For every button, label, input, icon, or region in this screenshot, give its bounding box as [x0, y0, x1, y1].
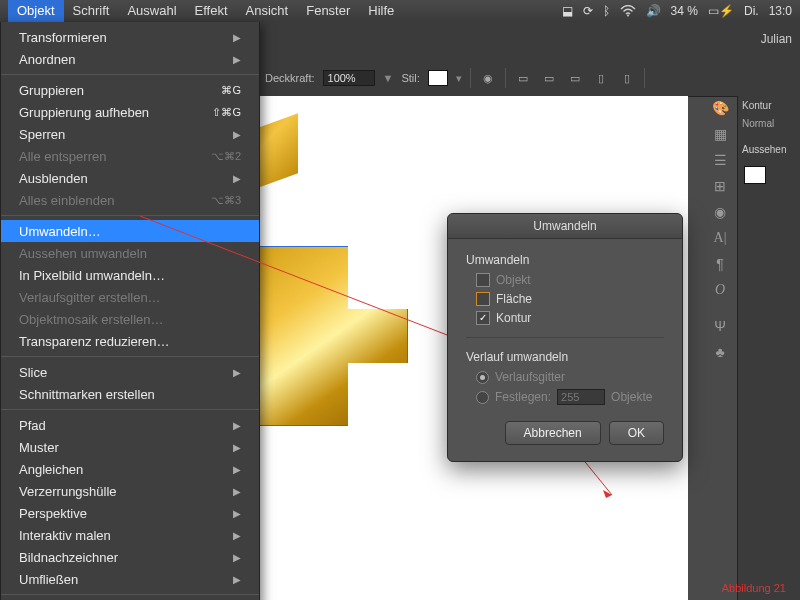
- swatches-icon[interactable]: ▦: [714, 126, 727, 142]
- svg-point-0: [627, 15, 629, 17]
- clock-day: Di.: [744, 4, 759, 18]
- menu-item-transformieren[interactable]: Transformieren▶: [1, 26, 259, 48]
- menu-item-verzerrungsh-lle[interactable]: Verzerrungshülle▶: [1, 480, 259, 502]
- side-toolbar: 🎨 ▦ ☰ ⊞ ◉ A| ¶ O Ψ ♣: [706, 100, 734, 360]
- menu-item-pfad[interactable]: Pfad▶: [1, 414, 259, 436]
- menu-item-in-pixelbild-umwandeln-[interactable]: In Pixelbild umwandeln…: [1, 264, 259, 286]
- menu-item-umflie-en[interactable]: Umfließen▶: [1, 568, 259, 590]
- color-icon[interactable]: 🎨: [712, 100, 729, 116]
- ok-button[interactable]: OK: [609, 421, 664, 445]
- menu-item-perspektive[interactable]: Perspektive▶: [1, 502, 259, 524]
- menu-ansicht[interactable]: Ansicht: [237, 0, 298, 22]
- align-icon-5[interactable]: ▯: [618, 69, 636, 87]
- menu-hilfe[interactable]: Hilfe: [359, 0, 403, 22]
- align-icon-1[interactable]: ▭: [514, 69, 532, 87]
- menu-item-alle-entsperren: Alle entsperren⌥⌘2: [1, 145, 259, 167]
- menubar: Objekt Schrift Auswahl Effekt Ansicht Fe…: [0, 0, 800, 22]
- sync-icon[interactable]: ⟳: [583, 4, 593, 18]
- menu-fenster[interactable]: Fenster: [297, 0, 359, 22]
- menu-item-anordnen[interactable]: Anordnen▶: [1, 48, 259, 70]
- align-icon-4[interactable]: ▯: [592, 69, 610, 87]
- cancel-button[interactable]: Abbrechen: [505, 421, 601, 445]
- para-icon[interactable]: ¶: [716, 256, 724, 272]
- system-tray: ⬓ ⟳ ᛒ 🔊 34 % ▭⚡ Di. 13:0: [562, 4, 792, 18]
- menu-item-interaktiv-malen[interactable]: Interaktiv malen▶: [1, 524, 259, 546]
- opt-flaeche[interactable]: Fläche: [476, 292, 664, 306]
- menu-item-slice[interactable]: Slice▶: [1, 361, 259, 383]
- menu-item-muster[interactable]: Muster▶: [1, 436, 259, 458]
- opt-kontur[interactable]: Kontur: [476, 311, 664, 325]
- checkbox-kontur[interactable]: [476, 311, 490, 325]
- menu-item-ausblenden[interactable]: Ausblenden▶: [1, 167, 259, 189]
- menu-item-schnittmarken-erstellen[interactable]: Schnittmarken erstellen: [1, 383, 259, 405]
- opacity-label: Deckkraft:: [265, 72, 315, 84]
- menu-item-alles-einblenden: Alles einblenden⌥⌘3: [1, 189, 259, 211]
- gold-letter[interactable]: [258, 246, 408, 426]
- bluetooth-icon[interactable]: ᛒ: [603, 4, 610, 18]
- menu-item-aussehen-umwandeln: Aussehen umwandeln: [1, 242, 259, 264]
- checkbox-flaeche[interactable]: [476, 292, 490, 306]
- cloud-icon[interactable]: ♣: [715, 344, 724, 360]
- umwandeln-dialog: Umwandeln Umwandeln Objekt Fläche Kontur…: [447, 213, 683, 462]
- wifi-icon[interactable]: [620, 5, 636, 17]
- blend-mode[interactable]: Normal: [742, 118, 774, 129]
- menu-item-verlaufsgitter-erstellen-: Verlaufsgitter erstellen…: [1, 286, 259, 308]
- globe-icon[interactable]: ◉: [479, 69, 497, 87]
- checkbox-objekt: [476, 273, 490, 287]
- align-icon-3[interactable]: ▭: [566, 69, 584, 87]
- menu-item-bildnachzeichner[interactable]: Bildnachzeichner▶: [1, 546, 259, 568]
- volume-icon[interactable]: 🔊: [646, 4, 661, 18]
- opentype-icon[interactable]: O: [715, 282, 725, 298]
- user-name: Julian: [761, 32, 792, 46]
- radio-specify: [476, 391, 489, 404]
- menu-item-umwandeln-[interactable]: Umwandeln…: [1, 220, 259, 242]
- eye-icon[interactable]: ◉: [714, 204, 726, 220]
- style-swatch[interactable]: [428, 70, 448, 86]
- right-panels: Kontur Normal Aussehen: [737, 96, 800, 600]
- opt-specify: Festlegen: Objekte: [476, 389, 664, 405]
- menu-objekt[interactable]: Objekt: [8, 0, 64, 22]
- link-icon[interactable]: Ψ: [714, 318, 726, 334]
- opt-mesh: Verlaufsgitter: [476, 370, 664, 384]
- menu-item-objektmosaik-erstellen-: Objektmosaik erstellen…: [1, 308, 259, 330]
- menu-item-gruppierung-aufheben[interactable]: Gruppierung aufheben⇧⌘G: [1, 101, 259, 123]
- align-icon-2[interactable]: ▭: [540, 69, 558, 87]
- opt-objekt: Objekt: [476, 273, 664, 287]
- opacity-input[interactable]: [323, 70, 375, 86]
- menu-auswahl[interactable]: Auswahl: [118, 0, 185, 22]
- dialog-title: Umwandeln: [448, 214, 682, 239]
- menu-item-sperren[interactable]: Sperren▶: [1, 123, 259, 145]
- stroke-icon[interactable]: ☰: [714, 152, 727, 168]
- panel-kontur[interactable]: Kontur: [742, 100, 771, 111]
- battery-percent: 34 %: [671, 4, 698, 18]
- panel-aussehen[interactable]: Aussehen: [742, 144, 786, 155]
- battery-icon[interactable]: ▭⚡: [708, 4, 734, 18]
- fill-swatch[interactable]: [744, 166, 766, 184]
- menu-item-angleichen[interactable]: Angleichen▶: [1, 458, 259, 480]
- dropbox-icon[interactable]: ⬓: [562, 4, 573, 18]
- menu-effekt[interactable]: Effekt: [186, 0, 237, 22]
- artboard-icon[interactable]: ⊞: [714, 178, 726, 194]
- dialog-section-gradient: Verlauf umwandeln: [466, 350, 664, 364]
- menu-schrift[interactable]: Schrift: [64, 0, 119, 22]
- objekt-dropdown: Transformieren▶Anordnen▶Gruppieren⌘GGrup…: [0, 22, 260, 600]
- style-label: Stil:: [401, 72, 419, 84]
- menu-item-gruppieren[interactable]: Gruppieren⌘G: [1, 79, 259, 101]
- type-icon[interactable]: A|: [714, 230, 727, 246]
- dialog-section-expand: Umwandeln: [466, 253, 664, 267]
- menu-item-transparenz-reduzieren-[interactable]: Transparenz reduzieren…: [1, 330, 259, 352]
- figure-caption: Abbildung 21: [722, 582, 786, 594]
- clock-time: 13:0: [769, 4, 792, 18]
- radio-mesh: [476, 371, 489, 384]
- specify-input: [557, 389, 605, 405]
